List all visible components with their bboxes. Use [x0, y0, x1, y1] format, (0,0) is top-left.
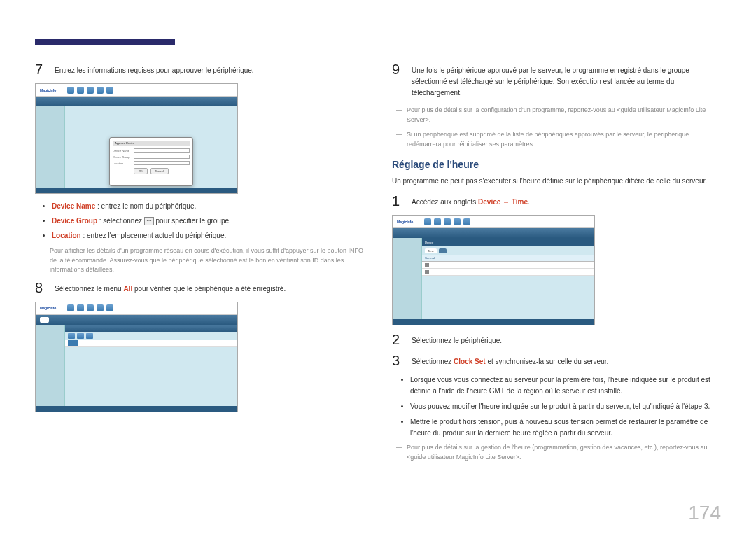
text-pre: : sélectionnez [97, 217, 144, 225]
sc-toolbar [36, 97, 237, 106]
sc-sidebar [36, 106, 65, 188]
right-column: 9 Une fois le périphérique approuvé par … [392, 62, 721, 468]
arrow-icon: → [500, 198, 512, 206]
post: pour vérifier que le périphérique a été … [132, 285, 286, 293]
sc-titlebar: MagicInfo [393, 216, 594, 228]
step-number: 7 [35, 62, 46, 76]
sc-nav-icon [106, 304, 113, 311]
sc-nav-icon [434, 218, 441, 225]
ellipsis-button-icon [144, 217, 154, 225]
step-7-text: Entrez les informations requises pour ap… [55, 62, 364, 76]
sc-top-icons [424, 218, 470, 225]
mini-button [86, 333, 93, 339]
sc-nav-icon [87, 87, 94, 94]
screenshot-all-menu: MagicInfo [35, 302, 238, 412]
sc-toolbar [36, 315, 237, 325]
bullet-modify-time: Vous pouvez modifier l'heure indiquée su… [410, 401, 721, 412]
dash-icon: ― [396, 106, 402, 125]
sc-sidebar [36, 325, 65, 406]
sc-toolbar [393, 228, 594, 238]
field-label: Device Name [113, 149, 134, 153]
mini-button [77, 333, 84, 339]
time-notes-bullets: Lorsque vous vous connectez au serveur p… [392, 374, 721, 439]
sub-subtabs: General [422, 255, 594, 262]
dash-icon: ― [39, 246, 46, 275]
sc-sidebar [393, 238, 422, 319]
sc-main-area: Device Time General [422, 238, 594, 319]
sc-footer [393, 319, 594, 325]
sc-footer [36, 406, 237, 412]
section-time-setting: Réglage de l'heure [392, 159, 721, 170]
pre: Sélectionnez le menu [55, 285, 123, 293]
dialog-field-device-name: Device Name [113, 148, 190, 153]
device-tab-label: Device [478, 198, 500, 206]
field-label: Location [113, 162, 134, 165]
row-thumbnail [68, 340, 78, 346]
field-input [134, 155, 190, 159]
sc-nav-icon [106, 87, 113, 94]
step-2: 2 Sélectionnez le périphérique. [392, 332, 721, 346]
text: : entrez le nom du périphérique. [95, 202, 196, 210]
note-text: Pour plus de détails sur la gestion de l… [407, 443, 721, 462]
page-number: 174 [688, 502, 721, 524]
note-info-button: ― Pour afficher les détails d'un program… [35, 246, 364, 275]
note-text: Pour afficher les détails d'un programme… [50, 246, 364, 275]
step-3-text: Sélectionnez Clock Set et synchronisez-l… [412, 353, 721, 367]
step-number: 9 [392, 62, 403, 76]
dialog-field-location: Location [113, 161, 190, 165]
time-intro: Un programme ne peut pas s'exécuter si l… [392, 176, 721, 187]
sc-nav-icon [444, 218, 451, 225]
list-row [422, 262, 594, 269]
step-2-text: Sélectionnez le périphérique. [412, 332, 721, 346]
note-time-management: ― Pour plus de détails sur la gestion de… [392, 443, 721, 462]
sc-footer [36, 188, 237, 193]
sc-titlebar: MagicInfo [36, 84, 237, 97]
note-schedule-config: ― Pour plus de détails sur la configurat… [392, 106, 721, 125]
dialog-buttons: OK Cancel [113, 168, 190, 174]
screenshot-approve-dialog: MagicInfo Approve Device Device Name [35, 83, 238, 194]
header-accent-bar [35, 39, 175, 45]
sc-logo: MagicInfo [40, 88, 56, 92]
sc-nav-icon [424, 218, 431, 225]
note-text: Si un périphérique est supprimé de la li… [407, 130, 721, 149]
sc-nav-icon [77, 87, 84, 94]
list-subbar [65, 332, 237, 340]
ok-button: OK [134, 168, 148, 174]
bullet-first-connect: Lorsque vous vous connectez au serveur p… [410, 374, 721, 397]
sc-main-area: Approve Device Device Name Device Group … [65, 106, 237, 188]
breadcrumb-device: Device [425, 241, 433, 244]
dash-icon: ― [396, 443, 402, 462]
subtab-general: General [425, 256, 435, 260]
list-row [65, 340, 237, 347]
step-1: 1 Accédez aux onglets Device → Time. [392, 194, 721, 208]
dialog-title: Approve Device [113, 141, 190, 146]
toolbar-btn [40, 317, 49, 323]
sc-main-area [65, 325, 237, 406]
sc-nav-icon [463, 218, 470, 225]
field-label: Device Group [113, 155, 134, 159]
clock-set-label: Clock Set [454, 358, 486, 365]
sc-titlebar: MagicInfo [36, 302, 237, 315]
step-number: 3 [392, 353, 403, 367]
approve-dialog: Approve Device Device Name Device Group … [109, 137, 193, 186]
step-1-text: Accédez aux onglets Device → Time. [412, 194, 721, 208]
field-input [134, 161, 190, 165]
sc-nav-icon [454, 218, 461, 225]
tab-other [439, 248, 447, 253]
sc-nav-icon [67, 87, 74, 94]
time-tab-label: Time [512, 198, 528, 206]
step-number: 8 [35, 281, 46, 295]
sc-nav-icon [87, 304, 94, 311]
text: : entrez l'emplacement actuel du périphé… [81, 232, 227, 239]
post: et synchronisez-la sur celle du serveur. [486, 358, 609, 365]
list-header-bar [65, 325, 237, 332]
step-number: 1 [392, 194, 403, 208]
cancel-button: Cancel [150, 168, 169, 174]
bullet-device-name: Device Name : entrez le nom du périphéri… [52, 201, 364, 211]
label-location: Location [52, 232, 81, 239]
sc-nav-icon [67, 304, 74, 311]
dash-icon: ― [396, 130, 402, 149]
row-text [431, 263, 432, 267]
sc-logo: MagicInfo [397, 220, 413, 224]
menu-all-label: All [123, 285, 132, 293]
